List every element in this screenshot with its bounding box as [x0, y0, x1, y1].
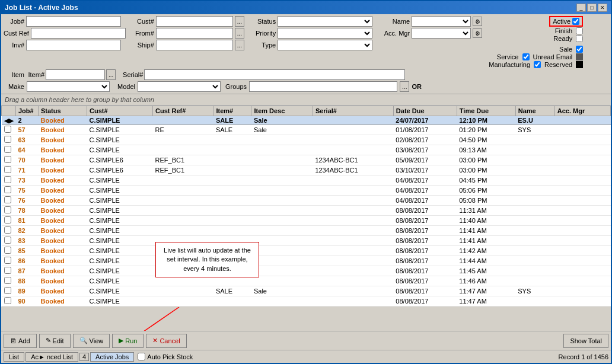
table-row[interactable]: 82BookedC.SIMPLE08/08/201711:41 AM: [2, 226, 611, 236]
table-row[interactable]: 78BookedC.SIMPLE08/08/201711:31 AM: [2, 206, 611, 216]
table-row[interactable]: 73BookedC.SIMPLE04/08/201704:45 PM: [2, 175, 611, 186]
edit-button[interactable]: ✎ Edit: [39, 334, 71, 348]
active-checkbox[interactable]: [572, 18, 579, 25]
name-cell: [515, 155, 554, 165]
priority-select[interactable]: [278, 28, 372, 39]
item-desc-cell: [251, 246, 313, 256]
table-row[interactable]: 89BookedC.SIMPLESALESale08/08/201711:47 …: [2, 286, 611, 296]
cust-cell: C.SIMPLE: [87, 175, 153, 186]
item-num-input[interactable]: [46, 69, 105, 80]
acc-mgr-select[interactable]: [412, 28, 471, 39]
show-total-button[interactable]: Show Total: [563, 334, 608, 348]
acc-mgr-gear-button[interactable]: ⚙: [473, 28, 482, 38]
table-row[interactable]: 70BookedC.SIMPLE6REF_BC11234ABC-BC105/09…: [2, 155, 611, 165]
date-due-cell: 08/08/2017: [393, 226, 457, 236]
item-num-ellipsis-button[interactable]: ...: [106, 69, 116, 80]
table-row[interactable]: 71BookedC.SIMPLE6REF_BC11234ABC-BC103/10…: [2, 165, 611, 175]
item-desc-column-header[interactable]: Item Desc: [251, 106, 313, 116]
serial-input[interactable]: [144, 69, 405, 80]
table-row[interactable]: 64BookedC.SIMPLE03/08/201709:13 AM: [2, 145, 611, 155]
tooltip-box: Live list will auto update at the set in…: [155, 242, 259, 277]
view-button[interactable]: 🔍 View: [73, 334, 110, 348]
cust-input[interactable]: [156, 16, 233, 27]
grid-area[interactable]: Job# Status Cust# Cust Ref# Item# Item D…: [1, 106, 611, 306]
status-column-header[interactable]: Status: [39, 106, 87, 116]
model-select[interactable]: [138, 81, 221, 92]
status-cell: Booked: [39, 256, 87, 266]
from-input[interactable]: [156, 28, 233, 39]
summary-row[interactable]: ◀▶ 2 Booked C.SIMPLE SALE Sale 24/07/201…: [2, 116, 611, 125]
name-column-header[interactable]: Name: [515, 106, 554, 116]
inv-input[interactable]: [26, 40, 121, 50]
job-column-header[interactable]: Job#: [16, 106, 39, 116]
item-desc-cell: [251, 145, 313, 155]
table-row[interactable]: 75BookedC.SIMPLE04/08/201705:06 PM: [2, 186, 611, 196]
table-row[interactable]: 85BookedC.SIMPLE08/08/201711:42 AM: [2, 246, 611, 256]
status-cell: Booked: [39, 246, 87, 256]
status-cell: Booked: [39, 226, 87, 236]
table-row[interactable]: 81BookedC.SIMPLE08/08/201711:40 AM: [2, 216, 611, 226]
cust-cell: C.SIMPLE6: [87, 155, 153, 165]
auto-pick-label: Auto Pick Stock: [147, 353, 193, 360]
cust-column-header[interactable]: Cust#: [87, 106, 153, 116]
type-select[interactable]: [278, 40, 372, 50]
view-icon: 🔍: [79, 337, 88, 344]
sale-checkbox[interactable]: [576, 46, 583, 53]
finish-checkbox[interactable]: [576, 27, 583, 34]
ship-ellipsis-button[interactable]: ...: [235, 40, 244, 50]
auto-pick-checkbox[interactable]: [138, 353, 145, 360]
cust-ellipsis-button[interactable]: ...: [235, 16, 244, 27]
name-cell: [515, 135, 554, 145]
cust-cell: C.SIMPLE: [87, 135, 153, 145]
ship-input[interactable]: [156, 40, 233, 50]
manufacturing-checkbox[interactable]: [534, 61, 541, 68]
active-label: Active: [553, 18, 570, 25]
job-label: Job#: [4, 18, 24, 25]
time-due-column-header[interactable]: Time Due: [457, 106, 515, 116]
table-row[interactable]: 63BookedC.SIMPLE02/08/201704:50 PM: [2, 135, 611, 145]
add-button[interactable]: 🖹 Add: [4, 334, 37, 348]
close-button[interactable]: ✕: [598, 4, 607, 12]
make-select[interactable]: [27, 81, 110, 92]
active-jobs-tab[interactable]: Active Jobs: [90, 352, 134, 362]
advanced-list-tab[interactable]: Ac► nced List: [26, 352, 78, 362]
unread-email-icon: [576, 53, 583, 60]
job-input[interactable]: [26, 16, 121, 27]
service-checkbox[interactable]: [522, 53, 530, 60]
serial-cell: [313, 135, 393, 145]
summary-date-due-cell: 24/07/2017: [393, 116, 457, 125]
cust-cell: C.SIMPLE: [87, 236, 153, 246]
pick-cell: [2, 276, 16, 286]
acc-mgr-cell: [554, 196, 610, 206]
serial-cell: 1234ABC-BC1: [313, 165, 393, 175]
table-row[interactable]: 88BookedC.SIMPLE08/08/201711:46 AM: [2, 276, 611, 286]
cust-ref-cell: [153, 206, 213, 216]
maximize-button[interactable]: □: [587, 4, 597, 12]
acc-mgr-column-header[interactable]: Acc. Mgr: [554, 106, 610, 116]
table-row[interactable]: 83BookedC.SIMPLE08/08/201711:41 AM: [2, 236, 611, 246]
table-row[interactable]: 76BookedC.SIMPLE04/08/201705:08 PM: [2, 196, 611, 206]
minimize-button[interactable]: _: [576, 4, 586, 12]
list-tab[interactable]: List: [4, 352, 24, 362]
groups-ellipsis-button[interactable]: ...: [400, 81, 409, 92]
name-gear-button[interactable]: ⚙: [473, 17, 482, 26]
table-row[interactable]: 87BookedC.SIMPLE08/08/201711:45 AM: [2, 266, 611, 276]
pick-cell: [2, 226, 16, 236]
cust-ref-column-header[interactable]: Cust Ref#: [153, 106, 213, 116]
status-select[interactable]: [278, 16, 372, 27]
table-row[interactable]: 86BookedC.SIMPLE08/08/201711:44 AM: [2, 256, 611, 266]
from-ellipsis-button[interactable]: ...: [235, 28, 244, 39]
date-due-column-header[interactable]: Date Due: [393, 106, 457, 116]
job-cell: 86: [16, 256, 39, 266]
priority-label: Priority: [249, 30, 276, 37]
cust-ref-input[interactable]: [31, 28, 126, 39]
ready-checkbox[interactable]: [576, 35, 583, 42]
serial-column-header[interactable]: Serial#: [313, 106, 393, 116]
name-select[interactable]: [412, 16, 471, 27]
cancel-button[interactable]: ✕ Cancel: [146, 334, 186, 348]
groups-input[interactable]: [249, 81, 397, 92]
table-row[interactable]: 57BookedC.SIMPLERESALESale01/08/201701:2…: [2, 125, 611, 135]
table-row[interactable]: 90BookedC.SIMPLE08/08/201711:47 AM: [2, 296, 611, 306]
run-button[interactable]: ▶ Run: [112, 334, 144, 348]
item-column-header[interactable]: Item#: [213, 106, 251, 116]
